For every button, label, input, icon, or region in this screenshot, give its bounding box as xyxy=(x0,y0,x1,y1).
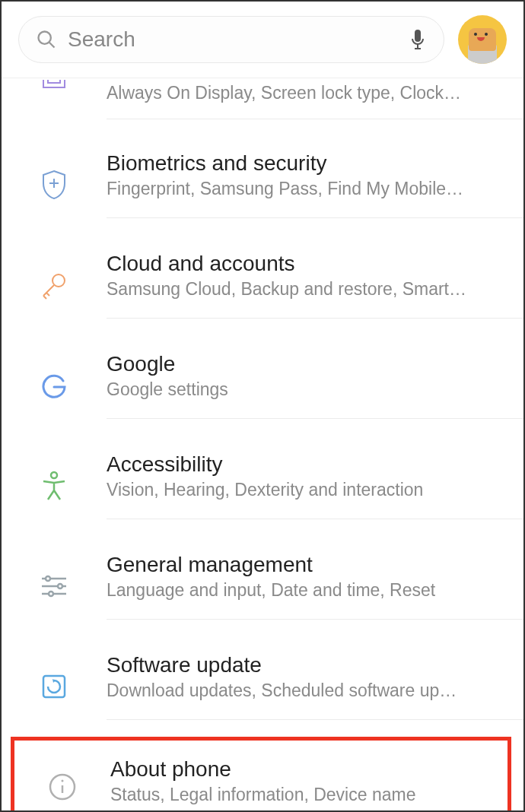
svg-rect-17 xyxy=(43,676,65,697)
settings-item-google[interactable]: Google Google settings xyxy=(2,335,523,436)
item-subtitle: Google settings xyxy=(107,379,495,400)
settings-item-lockscreen[interactable]: Always On Display, Screen lock type, Clo… xyxy=(2,78,523,135)
item-subtitle: Language and input, Date and time, Reset xyxy=(107,580,495,601)
info-icon xyxy=(46,770,79,804)
update-icon xyxy=(37,670,71,703)
svg-point-16 xyxy=(49,592,53,596)
mic-icon[interactable] xyxy=(409,28,427,51)
about-phone-highlight: About phone Status, Legal information, D… xyxy=(11,737,511,812)
item-title: Accessibility xyxy=(107,452,508,477)
settings-list: Always On Display, Screen lock type, Clo… xyxy=(2,78,523,812)
accessibility-icon xyxy=(37,469,71,503)
svg-point-10 xyxy=(51,472,57,478)
item-subtitle: Samsung Cloud, Backup and restore, Smart… xyxy=(107,279,495,300)
svg-point-19 xyxy=(62,779,64,782)
settings-item-cloud[interactable]: Cloud and accounts Samsung Cloud, Backup… xyxy=(2,235,523,335)
search-icon xyxy=(36,29,57,50)
search-bar[interactable]: Search xyxy=(18,16,444,63)
item-title: Biometrics and security xyxy=(107,151,508,176)
item-subtitle: Fingerprint, Samsung Pass, Find My Mobil… xyxy=(107,179,495,199)
svg-point-12 xyxy=(46,576,50,581)
settings-item-accessibility[interactable]: Accessibility Vision, Hearing, Dexterity… xyxy=(2,436,523,536)
item-subtitle: Always On Display, Screen lock type, Clo… xyxy=(107,83,495,103)
item-title: Google xyxy=(107,352,508,376)
item-subtitle: Status, Legal information, Device name xyxy=(110,785,492,805)
google-icon xyxy=(37,369,71,402)
search-placeholder: Search xyxy=(68,27,398,52)
svg-point-9 xyxy=(52,274,65,287)
svg-point-14 xyxy=(58,584,62,588)
svg-rect-2 xyxy=(415,30,421,42)
profile-avatar[interactable] xyxy=(458,15,507,64)
key-icon xyxy=(37,268,71,302)
shield-icon xyxy=(37,168,71,201)
settings-item-general[interactable]: General management Language and input, D… xyxy=(2,536,523,636)
lockscreen-icon xyxy=(37,80,71,113)
sliders-icon xyxy=(37,569,71,603)
settings-item-about[interactable]: About phone Status, Legal information, D… xyxy=(14,741,508,812)
item-subtitle: Download updates, Scheduled software up… xyxy=(107,680,495,701)
item-subtitle: Vision, Hearing, Dexterity and interacti… xyxy=(107,480,495,500)
settings-item-biometrics[interactable]: Biometrics and security Fingerprint, Sam… xyxy=(2,135,523,235)
svg-line-1 xyxy=(49,43,55,48)
settings-item-software[interactable]: Software update Download updates, Schedu… xyxy=(2,636,523,737)
item-title: Software update xyxy=(107,653,508,677)
item-title: About phone xyxy=(110,757,492,782)
header: Search xyxy=(2,2,523,78)
svg-point-0 xyxy=(39,32,51,44)
item-title: Cloud and accounts xyxy=(107,252,508,276)
svg-rect-6 xyxy=(48,80,60,83)
item-title: General management xyxy=(107,553,508,577)
